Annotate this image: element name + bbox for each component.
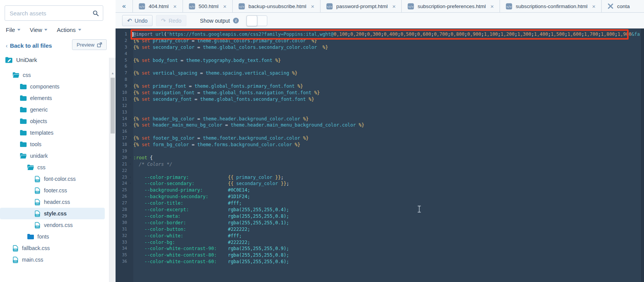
code-editor[interactable]: 1@import url('https://fonts.googleapis.c… [116, 28, 644, 282]
code-line-13[interactable]: 13 [116, 109, 644, 116]
show-output-toggle[interactable] [247, 15, 267, 26]
tab-500.html[interactable]: </>500.html× [183, 0, 233, 12]
code-line-33[interactable]: 33 --color-bg: #222222; [116, 239, 644, 246]
tree-item-header.css[interactable]: cssheader.css [0, 196, 109, 208]
fold-arrow-icon[interactable]: ▾ [127, 96, 133, 103]
code-line-16[interactable]: 16 [116, 128, 644, 135]
fold-arrow-icon[interactable]: ▾ [127, 57, 133, 64]
fold-arrow-icon[interactable]: ▾ [127, 155, 133, 161]
tree-item-elements[interactable]: elements [0, 92, 109, 104]
search-input[interactable] [9, 10, 92, 17]
close-icon[interactable]: × [392, 3, 396, 10]
back-to-all-files-link[interactable]: ‹ Back to all files [6, 42, 52, 49]
code-line-35[interactable]: 35 --color-white-contrast-80: rgba(255,2… [116, 252, 644, 259]
tab-subscription-preferences.html[interactable]: </>subscription-preferences.html× [402, 0, 500, 12]
tab-404.html[interactable]: </>404.html× [133, 0, 183, 12]
tree-item-vendors.css[interactable]: cssvendors.css [0, 219, 109, 231]
search-icon[interactable] [92, 10, 99, 17]
toggle-knob[interactable] [247, 15, 257, 26]
fold-arrow-icon[interactable]: ▾ [127, 44, 133, 51]
code-line-1[interactable]: 1@import url('https://fonts.googleapis.c… [116, 31, 644, 38]
tab-conta[interactable]: conta [602, 0, 644, 12]
tree-item-fallback.css[interactable]: cssfallback.css [0, 242, 109, 254]
code-line-23[interactable]: 23▾ --color-primary: {{ primary_color }}… [116, 174, 644, 181]
code-line-19[interactable]: 19 [116, 148, 644, 155]
tree-item-css[interactable]: css [0, 69, 109, 81]
code-line-2[interactable]: 2▾{% set primary_color = theme.global_co… [116, 38, 644, 44]
code-line-36[interactable]: 36 --color-white-contrast-60: rgba(255,2… [116, 259, 644, 265]
fold-arrow-icon[interactable]: ▾ [127, 122, 133, 128]
code-line-17[interactable]: 17▾{% set footer_bg_color = theme.footer… [116, 135, 644, 142]
tree-item-fonts[interactable]: fonts [0, 231, 109, 242]
code-line-14[interactable]: 14▾{% set header_bg_color = theme.header… [116, 116, 644, 122]
close-icon[interactable]: × [490, 3, 494, 10]
redo-button[interactable]: ↷ Redo [156, 15, 186, 26]
code-line-15[interactable]: 15▾{% set header_main_menu_bg_color = th… [116, 122, 644, 128]
code-line-26[interactable]: 26 --background-secondary: #1D1F24; [116, 194, 644, 200]
fold-arrow-icon[interactable]: ▾ [127, 142, 133, 148]
code-line-11[interactable]: 11▾{% set secondary_font = theme.global_… [116, 96, 644, 103]
tree-item-css[interactable]: css [0, 162, 109, 173]
fold-arrow-icon[interactable]: ▾ [127, 135, 133, 142]
tree-item-generic[interactable]: generic [0, 104, 109, 115]
menu-view[interactable]: View [30, 27, 47, 33]
preview-button[interactable]: Preview [72, 39, 107, 50]
close-icon[interactable]: × [173, 3, 177, 10]
code-line-7[interactable]: 7▾{% set vertical_spacing = theme.spacin… [116, 70, 644, 77]
code-line-10[interactable]: 10▾{% set navigation_font = theme.global… [116, 90, 644, 96]
code-line-28[interactable]: 28 --color-excerpt: rgba(255,255,255,0.4… [116, 207, 644, 213]
close-icon[interactable]: × [592, 3, 595, 10]
code-line-31[interactable]: 31 --color-button: #222222; [116, 226, 644, 233]
code-line-24[interactable]: 24▾ --color-secondary: {{ secondary_colo… [116, 180, 644, 187]
code-line-18[interactable]: 18▾{% set form_bg_color = theme.forms.ba… [116, 142, 644, 148]
tab-password-prompt.html[interactable]: </>password-prompt.html× [320, 0, 402, 12]
code-line-12[interactable]: 12 [116, 103, 644, 109]
editor-scrollbar[interactable] [641, 28, 644, 282]
tree-item-font-color.css[interactable]: cssfont-color.css [0, 173, 109, 185]
tree-item-unidark[interactable]: unidark [0, 150, 109, 162]
fold-arrow-icon[interactable]: ▾ [127, 180, 133, 187]
fold-arrow-icon[interactable]: ▾ [127, 174, 133, 181]
code-line-22[interactable]: 22 [116, 168, 644, 174]
code-line-8[interactable]: 8 [116, 77, 644, 83]
code-line-20[interactable]: 20▾:root { [116, 155, 644, 161]
code-line-34[interactable]: 34 --color-white-contrast-90: rgba(255,2… [116, 245, 644, 252]
tab-backup-unsubscribe.html[interactable]: </>backup-unsubscribe.html× [233, 0, 320, 12]
code-line-6[interactable]: 6 [116, 63, 644, 70]
tab-subscriptions-confirmation.html[interactable]: </>subscriptions-confirmation.html× [500, 0, 602, 12]
tree-item-objects[interactable]: objects [0, 115, 109, 127]
fold-arrow-icon[interactable]: ▾ [127, 116, 133, 122]
fold-arrow-icon[interactable]: ▾ [127, 38, 133, 44]
tree-item-footer.css[interactable]: cssfooter.css [0, 185, 109, 196]
code-line-5[interactable]: 5▾{% set body_font = theme.typography.bo… [116, 57, 644, 64]
code-line-29[interactable]: 29 --color-meta: rgba(255,255,255,0.8); [116, 213, 644, 220]
tree-item-style.css[interactable]: cssstyle.css [0, 208, 105, 219]
fold-arrow-icon[interactable]: ▾ [127, 161, 133, 168]
code-line-9[interactable]: 9▾{% set primary_font = theme.global_fon… [116, 83, 644, 90]
tree-item-components[interactable]: components [0, 81, 109, 92]
fold-arrow-icon[interactable]: ▾ [127, 83, 133, 90]
scrollbar-up-arrow[interactable]: ▲ [109, 72, 116, 75]
sidebar-scrollbar[interactable]: ▲ [109, 58, 116, 282]
close-icon[interactable]: × [223, 3, 226, 10]
code-line-32[interactable]: 32 --color-white: #fff; [116, 233, 644, 239]
scrollbar-thumb[interactable] [111, 78, 115, 133]
collapse-sidebar-button[interactable]: « [116, 0, 133, 12]
menu-file[interactable]: File [6, 27, 20, 33]
tree-item-templates[interactable]: templates [0, 127, 109, 138]
tree-item-main.css[interactable]: cssmain.css [0, 254, 109, 265]
fold-arrow-icon[interactable]: ▾ [127, 70, 133, 77]
code-line-25[interactable]: 25 --background-primary: #0C0E14; [116, 187, 644, 194]
code-line-21[interactable]: 21▾ /* Colors */ [116, 161, 644, 168]
code-line-3[interactable]: 3▾{% set secondary_color = theme.global_… [116, 44, 644, 51]
info-icon[interactable]: i [233, 18, 239, 23]
menu-actions[interactable]: Actions [57, 27, 81, 33]
code-line-4[interactable]: 4 [116, 51, 644, 57]
code-line-27[interactable]: 27 --color-title: #fff; [116, 200, 644, 207]
fold-arrow-icon[interactable]: ▾ [127, 90, 133, 96]
undo-button[interactable]: ↶ Undo [122, 15, 153, 26]
tree-item-label: main.css [22, 257, 43, 263]
tree-item-tools[interactable]: tools [0, 138, 109, 150]
code-line-30[interactable]: 30 --color-border: rgba(255,255,255,0.1)… [116, 220, 644, 226]
close-icon[interactable]: × [311, 3, 314, 10]
